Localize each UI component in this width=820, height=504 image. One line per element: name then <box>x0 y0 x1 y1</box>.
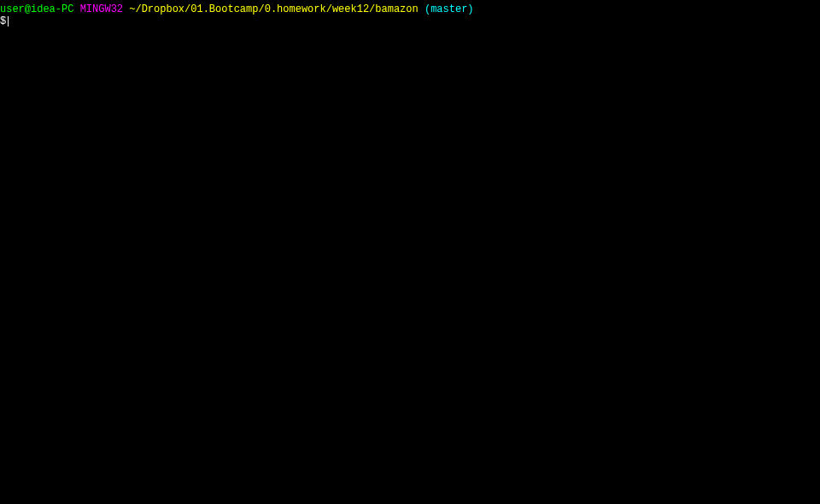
command-input[interactable] <box>9 15 820 27</box>
input-line: $ <box>0 15 820 27</box>
terminal-window[interactable]: user@idea-PC MINGW32 ~/Dropbox/01.Bootca… <box>0 0 820 27</box>
prompt-line: user@idea-PC MINGW32 ~/Dropbox/01.Bootca… <box>0 3 820 15</box>
user-host-text: user@idea-PC <box>0 3 73 15</box>
path-text: ~/Dropbox/01.Bootcamp/0.homework/week12/… <box>129 3 418 15</box>
branch-close: ) <box>467 3 473 15</box>
prompt-char: $ <box>0 15 6 27</box>
system-text: MINGW32 <box>80 3 123 15</box>
branch-name: master <box>430 3 467 15</box>
